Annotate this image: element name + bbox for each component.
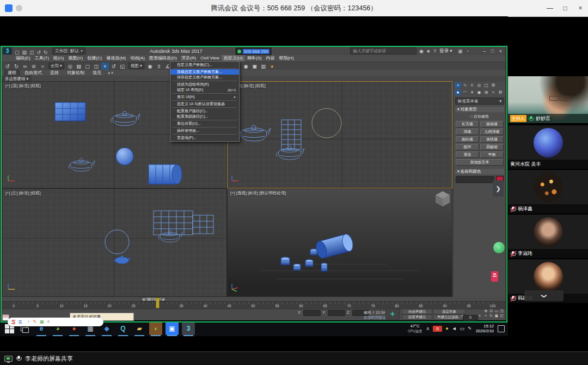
- taskbar-folder[interactable]: ▰: [133, 322, 146, 335]
- sogou-moon-icon[interactable]: ☽: [26, 319, 29, 325]
- signin-button[interactable]: 登录 ▾: [439, 48, 452, 54]
- window-close-button[interactable]: ×: [573, 0, 588, 16]
- menubar-item-5[interactable]: 创建(C): [85, 55, 104, 62]
- viewport-perspective[interactable]: [+] [透视] [标准] [默认明暗处理]: [228, 189, 452, 296]
- objtype-button-4[interactable]: 几何球体: [480, 129, 504, 135]
- select-and-move-icon[interactable]: +: [101, 63, 109, 70]
- select-by-name-icon[interactable]: ▤: [75, 63, 83, 70]
- display-tab-icon[interactable]: ▢: [483, 82, 489, 88]
- customize-menu-item-6[interactable]: 显示 UI(H)▸: [170, 94, 239, 100]
- objtype-button-9[interactable]: 茶壶: [456, 151, 479, 158]
- track-bar-cursor[interactable]: [156, 297, 160, 308]
- shapes-icon[interactable]: ◠: [462, 89, 468, 95]
- window-maximize-button[interactable]: □: [558, 0, 573, 16]
- taskbar-clock[interactable]: 15:122020/2/10: [476, 324, 494, 333]
- taskbar-meeting[interactable]: ▣: [166, 322, 179, 335]
- polygon-modeling-panel[interactable]: 多边形建模 ▾: [2, 76, 32, 82]
- helpers-icon[interactable]: ⊞: [483, 89, 489, 95]
- lights-icon[interactable]: ☀: [469, 89, 475, 95]
- ribbon-tab-5[interactable]: 填充: [89, 70, 105, 76]
- go-to-end-icon[interactable]: »: [477, 314, 482, 318]
- favorites-icon[interactable]: ★: [426, 48, 431, 54]
- volume-icon[interactable]: ◄: [452, 326, 457, 331]
- time-slider[interactable]: ◂30 / 100▸: [2, 297, 506, 301]
- participants-more-button[interactable]: ❯: [524, 290, 564, 301]
- redo-qat-icon[interactable]: ↻: [44, 50, 48, 55]
- select-and-rotate-icon[interactable]: ↺: [110, 63, 118, 70]
- objtype-button-3[interactable]: 球体: [456, 129, 479, 135]
- viewport-perspective-label[interactable]: [+] [透视] [标准] [默认明暗处理]: [230, 191, 286, 196]
- orbit-icon[interactable]: ↻: [489, 314, 494, 318]
- current-frame-field[interactable]: 0: [463, 315, 478, 321]
- unlink-selection-icon[interactable]: ⊘: [30, 63, 38, 70]
- reference-coordinate-dropdown[interactable]: 视图 ▾: [128, 63, 144, 69]
- ribbon-tab-4[interactable]: 对象绘制: [63, 70, 88, 76]
- customize-menu-item-12[interactable]: 首选项(P)...: [170, 135, 239, 141]
- zoom-icon[interactable]: ⊕: [483, 309, 488, 313]
- customize-menu-item-3[interactable]: 保存自定义用户界面方案...: [170, 75, 239, 80]
- customize-menu-item-2[interactable]: 加载自定义用户界面方案...: [170, 69, 239, 75]
- select-and-link-icon[interactable]: ∞: [21, 63, 29, 70]
- menubar-item-12[interactable]: 脚本(S): [245, 55, 264, 62]
- sogou-keyboard-icon[interactable]: ▦: [40, 319, 44, 325]
- new-file-icon[interactable]: ▢: [15, 50, 20, 55]
- x-field[interactable]: [303, 310, 321, 316]
- open-file-icon[interactable]: ▤: [22, 50, 27, 55]
- customize-menu-item-9[interactable]: 配置系统路径(C)...: [170, 114, 239, 119]
- participant-tile-4[interactable]: 李淑玮: [508, 215, 588, 258]
- customize-menu-item-7[interactable]: 自定义 UI 与默认设置切换器: [170, 101, 239, 107]
- infocenter-search-input[interactable]: 输入关键字或短语: [350, 47, 416, 54]
- track-bar[interactable]: 0510152025303540455055606570758085909510…: [2, 301, 506, 309]
- action-center-button[interactable]: [498, 325, 505, 332]
- auto-key-button[interactable]: 自动关键点: [402, 309, 432, 314]
- objtype-button-10[interactable]: 平面: [480, 151, 504, 158]
- name-color-rollout[interactable]: ▾ 名称和颜色: [455, 169, 504, 174]
- render-setup-icon[interactable]: ▣: [251, 63, 259, 70]
- sogou-toolbox-icon[interactable]: ≡: [47, 319, 50, 325]
- snaps-toggle-icon[interactable]: 3: [155, 63, 163, 70]
- status-dot-icon[interactable]: ●: [445, 326, 448, 331]
- chevron-up-icon[interactable]: ∧: [426, 326, 430, 331]
- infocenter-icon[interactable]: ◔: [466, 48, 469, 54]
- objtype-button-1[interactable]: 长方体: [456, 121, 479, 127]
- select-and-scale-icon[interactable]: ◱: [119, 63, 126, 70]
- participant-tile-1[interactable]: 主持人妙妙言: [508, 76, 588, 123]
- cpu-temp-widget[interactable]: 47°CCPU温度: [408, 324, 422, 332]
- select-object-icon[interactable]: ◎: [66, 63, 74, 70]
- create-tab-icon[interactable]: +: [455, 82, 461, 88]
- add-icon[interactable]: +: [385, 308, 400, 320]
- render-production-icon[interactable]: ●: [268, 63, 276, 70]
- maximize-viewport-icon[interactable]: ▣: [494, 314, 499, 318]
- ribbon-tab-3[interactable]: 选择: [46, 70, 63, 76]
- object-type-rollout[interactable]: ▾ 对象类型: [455, 107, 504, 112]
- bind-to-spacewarp-icon[interactable]: ≈: [39, 63, 46, 70]
- taskbar-search[interactable]: Q: [117, 322, 130, 335]
- sogou-logo-icon[interactable]: S: [11, 319, 15, 325]
- participant-tile-2[interactable]: 黄河水院 吴丰: [508, 125, 588, 169]
- workspace-switcher-icon[interactable]: ▣: [458, 48, 463, 54]
- modify-tab-icon[interactable]: ∿: [462, 82, 468, 88]
- menubar-item-6[interactable]: 修改器(M): [104, 55, 128, 62]
- pan-icon[interactable]: +: [483, 314, 488, 318]
- menubar-item-7[interactable]: 动画(A): [128, 55, 147, 62]
- rendered-frame-icon[interactable]: ▥: [260, 63, 267, 70]
- spacewarps-icon[interactable]: ≈: [490, 89, 497, 95]
- viewport-top-label[interactable]: [+] [顶] [标准] [线框]: [5, 83, 41, 89]
- viewport-front[interactable]: [+] [前] [标准] [线框]: [228, 82, 452, 188]
- sogou-tray-icon[interactable]: S: [433, 326, 442, 332]
- selection-filter-dropdown[interactable]: 全部 ▾: [48, 63, 64, 69]
- objtype-button-textplus[interactable]: 加强型文本: [456, 159, 504, 166]
- save-file-icon[interactable]: ◫: [29, 50, 34, 55]
- taskbar-wechat[interactable]: ◗: [149, 322, 162, 335]
- customize-menu-item-11[interactable]: 插件管理器...: [170, 128, 239, 133]
- zoom-all-icon[interactable]: ⊡: [489, 309, 494, 313]
- add-time-tag[interactable]: 添加时间标记: [364, 315, 387, 320]
- viewport-left-label[interactable]: [+] [左] [标准] [线框]: [5, 191, 41, 196]
- zoom-extents-icon[interactable]: ▭: [494, 309, 499, 313]
- motion-tab-icon[interactable]: ◎: [476, 82, 482, 88]
- sidebar-collapse-button[interactable]: ❯: [493, 180, 504, 197]
- redo-icon[interactable]: ↻: [13, 63, 20, 70]
- window-crossing-icon[interactable]: ◫: [93, 63, 100, 70]
- viewport-left[interactable]: [+] [左] [标准] [线框]: [3, 189, 226, 296]
- pen-tray-icon[interactable]: ✎: [468, 326, 472, 331]
